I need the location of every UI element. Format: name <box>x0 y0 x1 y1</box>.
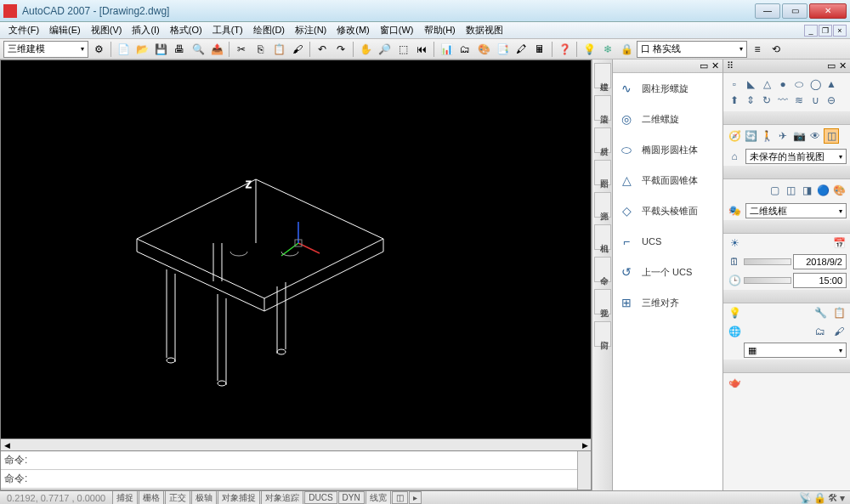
menu-item-modify[interactable]: 修改(M) <box>332 22 375 38</box>
vtab-material[interactable]: 材质 <box>594 127 611 153</box>
subtract-icon[interactable]: ⊖ <box>824 93 839 108</box>
tray-tool-icon[interactable]: 🛠 <box>828 492 838 504</box>
otrack-toggle[interactable]: 对象追踪 <box>261 490 303 505</box>
sphere-icon[interactable]: ● <box>775 76 790 92</box>
presspull-icon[interactable]: ⇕ <box>743 93 758 108</box>
ortho-toggle[interactable]: 正交 <box>165 490 190 505</box>
cut-icon[interactable]: ✂ <box>233 41 250 58</box>
settings-icon[interactable]: ⚙ <box>90 41 107 58</box>
time-field[interactable]: 15:00 <box>793 273 847 288</box>
paste-icon[interactable]: 📋 <box>270 41 287 58</box>
grid-toggle[interactable]: 栅格 <box>139 490 164 505</box>
dashboard-close-icon[interactable]: ✕ <box>839 60 847 71</box>
copy-icon[interactable]: ⎘ <box>252 41 269 58</box>
ducs-toggle[interactable]: DUCS <box>304 491 337 504</box>
material-combo[interactable]: ▦▾ <box>744 343 847 358</box>
sunlight-icon[interactable]: ☀ <box>727 235 742 251</box>
preview-icon[interactable]: 🔍 <box>190 41 207 58</box>
cylinder-icon[interactable]: ⬭ <box>791 76 807 92</box>
materials-icon[interactable]: 🌐 <box>727 324 742 339</box>
model-viewport[interactable]: Z <box>1 60 591 439</box>
date-field[interactable]: 2018/9/2 <box>793 254 847 269</box>
undo-icon[interactable]: ↶ <box>314 41 331 58</box>
vtab-door[interactable]: 门窗 <box>594 321 611 347</box>
pan-icon[interactable]: ✋ <box>357 41 374 58</box>
visual-style-combo[interactable]: 二维线框▾ <box>745 203 847 218</box>
tray-menu-icon[interactable]: ▾ <box>840 492 845 504</box>
layer-combo[interactable]: 口 格实线 ▾ <box>637 41 747 58</box>
model-paper-toggle[interactable]: ◫ <box>392 491 408 504</box>
layer-bulb-icon[interactable]: 💡 <box>581 41 598 58</box>
snap-toggle[interactable]: 捕捉 <box>112 490 138 505</box>
render-icon[interactable]: 🫖 <box>727 375 742 390</box>
print-icon[interactable]: 🖶 <box>171 41 188 58</box>
menu-item-dimension[interactable]: 标注(N) <box>290 22 332 38</box>
loft-icon[interactable]: ≋ <box>791 93 807 108</box>
markup-icon[interactable]: 🖍 <box>513 41 530 58</box>
palette-item-ellipse-cyl[interactable]: ⬭椭圆形圆柱体 <box>613 134 722 165</box>
palette-close-icon[interactable]: ✕ <box>711 60 719 71</box>
menu-item-draw[interactable]: 绘图(D) <box>248 22 290 38</box>
pyramid-icon[interactable]: ▲ <box>824 76 839 92</box>
box-icon[interactable]: ▫ <box>727 76 742 92</box>
toolpalette-icon[interactable]: 🎨 <box>475 41 492 58</box>
vtab-light[interactable]: 光源 <box>594 192 611 218</box>
help-icon[interactable]: ❓ <box>556 41 573 58</box>
vs-realistic-icon[interactable]: 🔵 <box>815 183 830 198</box>
layer-state-icon[interactable]: ≡ <box>749 41 766 58</box>
mdi-close-button[interactable]: × <box>833 25 847 37</box>
vtab-render[interactable]: 渲染 <box>594 95 611 121</box>
sweep-icon[interactable]: 〰 <box>775 93 790 108</box>
lights-list-icon[interactable]: 📋 <box>831 305 847 320</box>
workspace-combo[interactable]: 三维建模 ▾ <box>3 41 88 58</box>
palette-menu-icon[interactable]: ▭ <box>700 60 708 71</box>
match-icon[interactable]: 🖌 <box>289 41 306 58</box>
camera-icon[interactable]: 📷 <box>791 128 807 144</box>
menu-item-insert[interactable]: 插入(I) <box>127 22 164 38</box>
cone-icon[interactable]: △ <box>759 76 774 92</box>
tray-comm-icon[interactable]: 📡 <box>799 492 812 504</box>
view-icon[interactable]: 👁 <box>808 128 823 144</box>
extrude-icon[interactable]: ⬆ <box>727 93 742 108</box>
zoom-window-icon[interactable]: ⬚ <box>394 41 411 58</box>
vtab-visual[interactable]: 视觉 <box>594 289 611 314</box>
lwt-toggle[interactable]: 线宽 <box>366 490 391 505</box>
union-icon[interactable]: ∪ <box>808 93 823 108</box>
maximize-button[interactable]: ▭ <box>782 3 808 19</box>
menu-item-dataview[interactable]: 数据视图 <box>461 22 508 38</box>
date-stepper-icon[interactable]: 📅 <box>831 235 847 251</box>
orbit-icon[interactable]: 🔄 <box>743 128 758 144</box>
palette-item-ucs-prev[interactable]: ↺上一个 UCS <box>613 257 722 287</box>
open-icon[interactable]: 📂 <box>133 41 150 58</box>
publish-icon[interactable]: 📤 <box>208 41 225 58</box>
save-icon[interactable]: 💾 <box>152 41 169 58</box>
mdi-restore-button[interactable]: ❐ <box>819 25 832 37</box>
palette-item-frustum-cone[interactable]: △平截面圆锥体 <box>613 165 722 195</box>
new-icon[interactable]: 📄 <box>115 41 132 58</box>
lights-settings-icon[interactable]: 🔧 <box>813 305 828 320</box>
vtab-camera[interactable]: 相机 <box>594 224 611 250</box>
menu-item-edit[interactable]: 编辑(E) <box>44 22 86 38</box>
close-button[interactable]: ✕ <box>809 3 847 19</box>
layer-prev-icon[interactable]: ⟲ <box>768 41 785 58</box>
vs-conceptual-icon[interactable]: 🎨 <box>831 183 847 198</box>
wedge-icon[interactable]: ◣ <box>743 76 758 92</box>
sheet-icon[interactable]: 📑 <box>494 41 511 58</box>
palette-item-helix-2d[interactable]: ◎二维螺旋 <box>613 104 722 134</box>
3dnav-icon[interactable]: 🧭 <box>727 128 742 144</box>
dashboard-grip-icon[interactable]: ⠿ <box>727 60 734 71</box>
palette-item-helix-cyl[interactable]: ∿圆柱形螺旋 <box>613 73 722 104</box>
scroll-right-button[interactable]: ▶ <box>579 441 591 450</box>
saved-view-combo[interactable]: 未保存的当前视图▾ <box>745 149 847 164</box>
layer-freeze-icon[interactable]: ❄ <box>599 41 616 58</box>
dashboard-menu-icon[interactable]: ▭ <box>827 60 836 71</box>
redo-icon[interactable]: ↷ <box>332 41 349 58</box>
viewcube-icon[interactable]: ◫ <box>824 128 839 144</box>
layer-lock-icon[interactable]: 🔒 <box>618 41 635 58</box>
mdi-minimize-button[interactable]: _ <box>804 25 818 37</box>
walk-icon[interactable]: 🚶 <box>759 128 774 144</box>
status-expand-button[interactable]: ▸ <box>409 491 422 504</box>
vtab-modeling[interactable]: 建模 <box>594 63 611 88</box>
tray-lock-icon[interactable]: 🔒 <box>813 492 826 504</box>
osnap-toggle[interactable]: 对象捕捉 <box>218 490 260 505</box>
